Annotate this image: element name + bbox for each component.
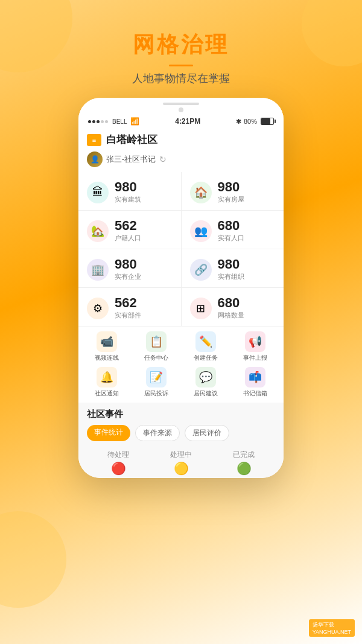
stat-text-6: 562 实有部件	[115, 296, 141, 320]
stat-label-0: 实有建筑	[115, 195, 141, 204]
stat-card-3[interactable]: 👥 680 实有人口	[182, 211, 284, 249]
battery-fill	[261, 118, 270, 124]
status-left: BELL 📶	[88, 117, 139, 126]
stat-text-5: 980 实有组织	[218, 258, 244, 281]
status-right: ✱ 80%	[236, 118, 274, 126]
edit-icon[interactable]: ↻	[159, 155, 167, 164]
action-item-2[interactable]: ✏️ 创建任务	[194, 331, 218, 362]
stat-label-1: 实有房屋	[218, 195, 244, 204]
watermark-text: 扬华下载	[313, 621, 351, 629]
action-label-r2-2: 居民建议	[194, 389, 218, 398]
carrier-label: BELL	[112, 118, 127, 125]
status-bar: BELL 📶 4:21PM ✱ 80%	[78, 113, 284, 128]
events-tab-0[interactable]: 事件统计	[87, 425, 130, 441]
main-divider	[169, 65, 193, 66]
status-col-2: 已完成 🟢	[233, 450, 255, 476]
stat-number-1: 980	[218, 180, 244, 194]
stat-icon-7: ⊞	[190, 298, 212, 319]
sub-title: 人地事物情尽在掌握	[0, 71, 362, 86]
action-icon-1: 📋	[146, 331, 167, 352]
action-item-0[interactable]: 📹 视频连线	[95, 331, 119, 362]
action-icon-2: ✏️	[195, 331, 216, 352]
action-label-r2-1: 居民投诉	[144, 389, 168, 398]
stat-text-3: 680 实有人口	[218, 219, 244, 243]
stat-icon-6: ⚙	[87, 298, 109, 319]
bg-decoration-bl	[0, 511, 66, 608]
status-time: 4:21PM	[175, 117, 200, 126]
actions-row-1: 📹 视频连线 📋 任务中心 ✏️ 创建任务 📢 事件上报	[78, 326, 284, 365]
action-item-1[interactable]: 📋 任务中心	[144, 331, 168, 362]
status-col-icon-2: 🟢	[237, 461, 252, 476]
stat-card-0[interactable]: 🏛 980 实有建筑	[78, 172, 181, 210]
user-name: 张三-社区书记	[106, 154, 156, 165]
user-row: 👤 张三-社区书记 ↻	[78, 149, 284, 172]
phone-notch	[78, 98, 284, 113]
community-header: ≡ 白塔岭社区	[78, 128, 284, 149]
action-label-1: 任务中心	[144, 354, 168, 362]
actions-row-2: 🔔 社区通知 📝 居民投诉 💬 居民建议 📫 书记信箱	[78, 365, 284, 403]
stat-card-2[interactable]: 🏡 562 户籍人口	[78, 211, 181, 249]
stat-number-4: 980	[115, 258, 141, 271]
stat-icon-0: 🏛	[87, 182, 109, 203]
watermark-site: YANGHUA.NET	[313, 629, 351, 635]
stat-number-5: 980	[218, 258, 244, 271]
stat-icon-1: 🏠	[190, 182, 212, 203]
stat-text-4: 980 实有企业	[115, 258, 141, 281]
community-icon: ≡	[87, 134, 101, 146]
events-tab-2[interactable]: 居民评价	[185, 425, 229, 441]
stat-card-4[interactable]: 🏢 980 实有企业	[78, 249, 181, 287]
stat-card-1[interactable]: 🏠 980 实有房屋	[182, 172, 284, 210]
status-col-icon-1: 🟡	[174, 461, 189, 476]
status-col-icon-0: 🔴	[111, 461, 126, 476]
events-title: 社区事件	[87, 409, 275, 420]
stats-grid: 🏛 980 实有建筑 🏠 980 实有房屋 🏡 562 户籍人口 👥 680 实…	[78, 172, 284, 326]
stat-card-6[interactable]: ⚙ 562 实有部件	[78, 288, 181, 326]
phone-mockup: BELL 📶 4:21PM ✱ 80% ≡ 白塔岭社区 👤 张三-社区书记 ↻ …	[78, 98, 284, 478]
battery-tip	[275, 120, 276, 123]
stat-number-6: 562	[115, 296, 141, 310]
stat-number-2: 562	[115, 219, 141, 232]
signal-dot-4	[101, 120, 104, 123]
status-col-label-1: 处理中	[170, 450, 192, 460]
action-label-3: 事件上报	[243, 354, 267, 362]
action-icon-r2-1: 📝	[146, 367, 167, 387]
wifi-icon: 📶	[130, 117, 139, 126]
phone-camera	[179, 107, 183, 112]
stat-label-4: 实有企业	[115, 272, 141, 281]
events-tab-1[interactable]: 事件来源	[135, 425, 180, 441]
stat-label-6: 实有部件	[115, 311, 141, 320]
action-icon-r2-3: 📫	[245, 367, 265, 387]
main-title: 网格治理	[0, 30, 362, 60]
action-label-r2-0: 社区通知	[95, 389, 119, 398]
action-item-r2-1[interactable]: 📝 居民投诉	[144, 367, 168, 398]
stat-text-7: 680 网格数量	[218, 296, 244, 320]
stat-number-0: 980	[115, 180, 141, 194]
stat-text-2: 562 户籍人口	[115, 219, 141, 243]
stat-card-7[interactable]: ⊞ 680 网格数量	[182, 288, 284, 326]
stat-label-5: 实有组织	[218, 272, 244, 281]
action-item-r2-2[interactable]: 💬 居民建议	[194, 367, 218, 398]
user-avatar: 👤	[87, 151, 103, 167]
status-col-label-2: 已完成	[233, 450, 255, 460]
status-col-0: 待处理 🔴	[107, 450, 129, 476]
action-icon-0: 📹	[97, 331, 117, 352]
action-item-r2-3[interactable]: 📫 书记信箱	[243, 367, 267, 398]
action-label-0: 视频连线	[95, 354, 119, 362]
events-status-row: 待处理 🔴 处理中 🟡 已完成 🟢	[78, 445, 284, 478]
signal-dot-3	[97, 120, 100, 123]
stat-text-0: 980 实有建筑	[115, 180, 141, 204]
phone-notch-line	[163, 103, 199, 105]
stat-card-5[interactable]: 🔗 980 实有组织	[182, 249, 284, 287]
action-icon-3: 📢	[245, 331, 265, 352]
events-tabs: 事件统计事件来源居民评价	[87, 425, 275, 441]
signal-dot-2	[92, 120, 95, 123]
community-name: 白塔岭社区	[106, 133, 157, 147]
stat-number-7: 680	[218, 296, 244, 310]
battery-percent: 80%	[244, 118, 257, 125]
status-col-1: 处理中 🟡	[170, 450, 192, 476]
stat-label-7: 网格数量	[218, 311, 244, 320]
action-item-r2-0[interactable]: 🔔 社区通知	[95, 367, 119, 398]
action-item-3[interactable]: 📢 事件上报	[243, 331, 267, 362]
stat-icon-2: 🏡	[87, 220, 109, 242]
stat-number-3: 680	[218, 219, 244, 232]
